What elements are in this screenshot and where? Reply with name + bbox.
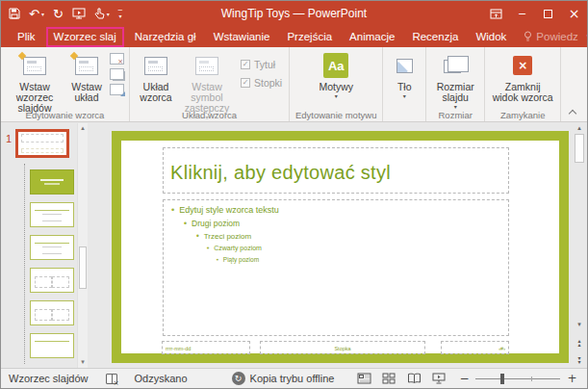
preserve-button[interactable] [110, 84, 124, 95]
rename-button[interactable] [110, 68, 124, 80]
tab-wzorzec-slajdu[interactable]: Wzorzec slaj [46, 27, 124, 47]
date-placeholder[interactable]: rrrr-mm-dd [162, 341, 250, 354]
zoom-slider[interactable] [475, 378, 560, 379]
tab-recenzja[interactable]: Recenzja [403, 26, 467, 47]
checkbox-footers[interactable]: ✓ Stopki [241, 77, 282, 89]
master-small-buttons: × [110, 51, 124, 95]
zoom-in-button[interactable]: + [567, 372, 576, 385]
body-placeholder[interactable]: •Edytuj style wzorca tekstu •Drugi pozio… [163, 199, 509, 336]
tab-wstawianie[interactable]: Wstawianie [205, 26, 279, 47]
slide-master-number: 1 [6, 133, 12, 144]
insert-slide-master-icon [23, 57, 46, 75]
tab-widok[interactable]: Widok [467, 26, 515, 47]
scroll-up-icon[interactable]: ▴ [78, 123, 88, 134]
slide-sorter-view-button[interactable] [376, 369, 401, 388]
title-placeholder[interactable]: Kliknij, aby edytować styl [163, 147, 509, 194]
undo-icon: ↶ [29, 8, 39, 20]
start-slideshow-button[interactable] [72, 8, 86, 19]
tab-przejscia[interactable]: Przejścia [278, 26, 341, 47]
minimize-button[interactable]: ─ [509, 1, 535, 26]
checkmark-icon: ✓ [243, 79, 249, 87]
recovered-label: Odzyskano [135, 373, 188, 384]
slide-editor: Kliknij, aby edytować styl •Edytuj style… [89, 123, 587, 370]
insert-slide-master-button[interactable]: Wstaw wzorzec slajdów [6, 51, 64, 115]
scrollbar-thumb[interactable] [575, 134, 584, 163]
recovered-status[interactable]: Odzyskano [135, 373, 188, 384]
themes-button[interactable]: Aa Motywy ▾ [311, 51, 361, 100]
content-area: 1 ▴ ▾ Kliknij, aby edytować styl •Edytuj [1, 123, 587, 370]
touch-mode-dropdown-caret[interactable]: ▾ [107, 11, 110, 17]
group-closing: × Zamknij widok wzorca Zamykanie [485, 47, 561, 121]
tab-powiedz[interactable]: Powiedz [515, 26, 586, 47]
maximize-icon [544, 10, 552, 18]
previous-slide-button[interactable]: ▴▴ [574, 339, 585, 347]
slide-thumbnail-pane: 1 ▴ ▾ [1, 123, 89, 370]
thumbnail-layout-two-content[interactable] [30, 268, 74, 293]
spell-check-indicator[interactable]: × [106, 374, 117, 384]
thumbnail-layout-title-only[interactable] [30, 333, 74, 358]
normal-view-icon [357, 373, 371, 384]
bullet-text: Trzeci poziom [204, 232, 252, 241]
lightbulb-icon [524, 31, 532, 42]
sparkle-icon [70, 51, 78, 59]
slide-master-canvas[interactable]: Kliknij, aby edytować styl •Edytuj style… [112, 131, 569, 363]
slide-size-button[interactable]: Rozmiar slajdu ▾ [431, 51, 479, 111]
undo-button[interactable]: ↶ ▾ [29, 8, 44, 20]
checkbox-title[interactable]: ✓ Tytuł [241, 59, 282, 70]
close-master-view-button[interactable]: × Zamknij widok wzorca [490, 51, 555, 104]
save-icon [9, 8, 20, 19]
window-controls: ─ × [483, 1, 587, 26]
checkmark-icon: ✓ [243, 61, 249, 68]
background-button[interactable]: Tło ▾ [388, 51, 421, 100]
slideshow-view-button[interactable] [426, 369, 451, 388]
thumbnail-slide-master[interactable] [15, 129, 69, 158]
zoom-slider-tick [531, 376, 532, 381]
slide-number-placeholder[interactable]: ‹#› [441, 341, 509, 354]
layout-connector-line [24, 164, 25, 364]
scroll-down-icon[interactable]: ▾ [574, 320, 585, 329]
undo-dropdown-caret[interactable]: ▾ [41, 11, 44, 17]
spell-x-icon: × [114, 379, 119, 387]
master-layout-icon [144, 57, 167, 75]
offline-copy-status[interactable]: ↻ Kopia trybu offline [232, 372, 335, 385]
thumbnail-layout-comparison[interactable] [30, 300, 74, 325]
checkbox-icon: ✓ [241, 78, 250, 88]
zoom-slider-thumb[interactable] [500, 374, 504, 384]
ribbon-display-options-button[interactable] [483, 1, 509, 26]
zoom-out-button[interactable]: − [459, 372, 469, 385]
bullet-level-5: •Piąty poziom [216, 256, 508, 264]
customize-qat-button[interactable]: ─ ▾ [118, 9, 122, 18]
close-master-view-label: Zamknij widok wzorca [492, 82, 553, 103]
master-layout-button[interactable]: Układ wzorca [135, 51, 177, 104]
close-button[interactable]: × [561, 1, 587, 26]
normal-view-button[interactable] [351, 369, 376, 388]
tab-narzedzia-glowne[interactable]: Narzędzia gł [126, 26, 205, 47]
delete-slide-button[interactable]: × [110, 53, 124, 65]
touch-mouse-mode-button[interactable]: ▾ [94, 8, 110, 19]
thumbnail-layout-title-content[interactable] [30, 202, 74, 227]
view-status-text: Wzorzec slajdów [9, 373, 89, 384]
tab-animacje[interactable]: Animacje [341, 26, 403, 47]
footer-placeholder[interactable]: Stopka [260, 341, 425, 354]
reading-view-button[interactable] [401, 369, 426, 388]
background-icon [396, 59, 413, 73]
tab-plik[interactable]: Plik [9, 26, 44, 47]
thumbnail-layout-section[interactable] [30, 235, 74, 260]
thumbnail-scrollbar[interactable]: ▴ ▾ [77, 123, 88, 370]
collapse-ribbon-button[interactable] [566, 107, 579, 117]
scrollbar-thumb[interactable] [79, 246, 87, 289]
editor-scrollbar[interactable]: ▴ ▾ ▴▴ ▾▾ [574, 123, 585, 370]
next-slide-button[interactable]: ▾▾ [574, 356, 585, 364]
background-label: Tło [397, 82, 412, 92]
background-caret: ▾ [403, 92, 406, 99]
powerpoint-window: ↶ ▾ ↻ ▾ ─ ▾ WingTip Toys — PowerPoint [0, 0, 588, 389]
maximize-button[interactable] [535, 1, 561, 26]
thumbnail-layout-title-slide[interactable] [30, 169, 74, 194]
slide-size-caret: ▾ [454, 103, 457, 110]
insert-layout-button[interactable]: Wstaw układ [65, 51, 108, 104]
scroll-up-icon[interactable]: ▴ [574, 123, 585, 133]
checkbox-title-label: Tytuł [254, 59, 275, 70]
save-button[interactable] [9, 8, 20, 19]
scroll-down-icon[interactable]: ▾ [78, 357, 88, 368]
redo-button[interactable]: ↻ [53, 8, 64, 20]
